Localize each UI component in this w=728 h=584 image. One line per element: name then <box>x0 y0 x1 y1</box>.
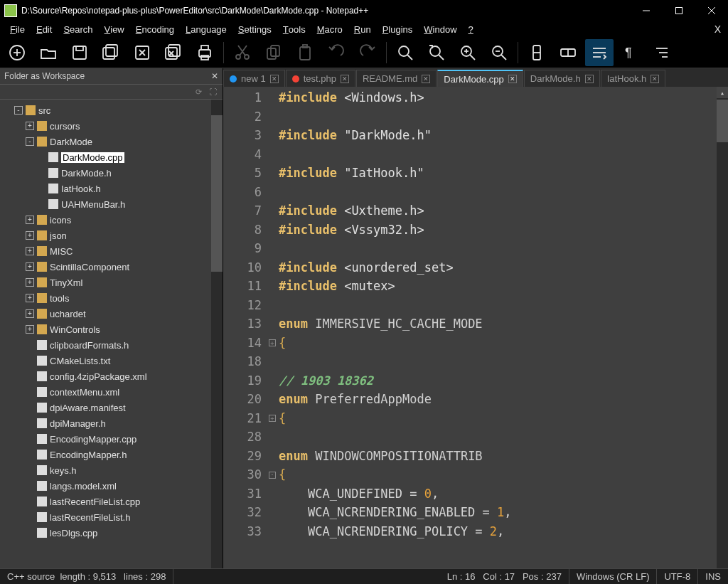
menu-search[interactable]: Search <box>58 23 98 36</box>
editor-scrollbar[interactable] <box>717 87 728 568</box>
tree-item[interactable]: dpiAware.manifest <box>0 400 223 415</box>
close-button[interactable] <box>128 39 156 66</box>
menu-macro[interactable]: Macro <box>311 23 348 36</box>
tree-item[interactable]: EncodingMapper.h <box>0 447 223 462</box>
tab-close-icon[interactable]: ✕ <box>651 75 659 83</box>
tree-item[interactable]: CMakeLists.txt <box>0 353 223 368</box>
close-button[interactable] <box>695 0 728 21</box>
tree-item[interactable]: +TinyXml <box>0 275 223 290</box>
save-button[interactable] <box>65 39 94 66</box>
tab-close-icon[interactable]: ✕ <box>585 75 594 83</box>
tree-expand-icon[interactable]: + <box>26 294 34 302</box>
tree-scrollbar-thumb[interactable] <box>211 115 223 272</box>
tree-expand-icon[interactable]: + <box>26 309 34 318</box>
tree-item[interactable]: +MISC <box>0 243 223 259</box>
tree-item[interactable]: lastRecentFileList.cpp <box>0 494 223 509</box>
fold-toggle-icon[interactable]: + <box>269 339 276 346</box>
tree-item[interactable]: DarkMode.cpp <box>0 149 223 165</box>
menu-run[interactable]: Run <box>348 23 377 36</box>
tree-item[interactable]: UAHMenuBar.h <box>0 196 223 212</box>
tree-expand-icon[interactable]: - <box>26 137 34 146</box>
tab-close-icon[interactable]: ✕ <box>341 75 349 83</box>
tree-item[interactable]: +tools <box>0 290 223 306</box>
menu-view[interactable]: View <box>99 23 130 36</box>
tree-expand-icon[interactable]: + <box>26 325 34 334</box>
word-wrap-button[interactable] <box>585 39 614 66</box>
copy-button[interactable] <box>259 39 288 66</box>
fold-column[interactable]: + + - <box>269 87 279 568</box>
find-button[interactable] <box>391 39 419 66</box>
tree-item[interactable]: +WinControls <box>0 322 223 337</box>
paste-button[interactable] <box>291 39 319 66</box>
tab[interactable]: DarkMode.cpp✕ <box>437 70 523 87</box>
tab-close-icon[interactable]: ✕ <box>422 75 430 83</box>
tree-item[interactable]: +ScintillaComponent <box>0 259 223 275</box>
sync-v-button[interactable] <box>523 39 551 66</box>
tree-item[interactable]: +uchardet <box>0 306 223 322</box>
tree-item[interactable]: dpiManager.h <box>0 415 223 431</box>
tree-item[interactable]: config.4zipPackage.xml <box>0 368 223 384</box>
zoom-out-button[interactable] <box>485 39 513 66</box>
folder-panel-close-icon[interactable]: ✕ <box>211 71 218 81</box>
tree-item[interactable]: IatHook.h <box>0 181 223 196</box>
tab[interactable]: DarkMode.h✕ <box>524 70 600 87</box>
tree-expand-icon[interactable]: + <box>26 216 34 224</box>
tree-item[interactable]: contextMenu.xml <box>0 384 223 400</box>
fold-toggle-icon[interactable]: - <box>269 472 276 479</box>
code-content[interactable]: #include <Windows.h> #include "DarkMode.… <box>279 87 728 568</box>
tree-item[interactable]: +cursors <box>0 118 223 134</box>
tree-item[interactable]: lastRecentFileList.h <box>0 509 223 525</box>
fold-toggle-icon[interactable]: + <box>269 415 276 422</box>
save-all-button[interactable] <box>97 39 125 66</box>
menu-?[interactable]: ? <box>463 23 479 36</box>
folder-expand-icon[interactable]: ⛶ <box>209 87 217 96</box>
tree-item[interactable]: -src <box>0 102 223 118</box>
menu-language[interactable]: Language <box>180 23 232 36</box>
undo-button[interactable] <box>322 39 350 66</box>
editor-scroll-up[interactable]: ▴ <box>717 87 728 98</box>
tree-item[interactable]: -DarkMode <box>0 134 223 149</box>
menu-tools[interactable]: Tools <box>277 23 311 36</box>
tree-expand-icon[interactable]: + <box>26 262 34 271</box>
tree-item[interactable]: langs.model.xml <box>0 478 223 494</box>
new-file-button[interactable] <box>3 39 31 66</box>
menu-close-doc[interactable]: X <box>714 23 728 35</box>
menu-edit[interactable]: Edit <box>31 23 58 36</box>
open-file-button[interactable] <box>34 39 63 66</box>
code-editor[interactable]: 123456789101112131418192021282930313233 … <box>223 87 728 568</box>
tree-item[interactable]: DarkMode.h <box>0 165 223 181</box>
sync-h-button[interactable] <box>554 39 582 66</box>
minimize-button[interactable] <box>630 0 663 21</box>
cut-button[interactable] <box>228 39 257 66</box>
menu-file[interactable]: File <box>4 23 31 36</box>
zoom-in-button[interactable] <box>454 39 482 66</box>
show-all-button[interactable]: ¶ <box>616 39 645 66</box>
menu-encoding[interactable]: Encoding <box>130 23 180 36</box>
tree-expand-icon[interactable]: + <box>26 231 34 240</box>
tree-expand-icon[interactable]: - <box>14 106 23 115</box>
folder-refresh-icon[interactable]: ⟳ <box>196 87 202 97</box>
tree-item[interactable]: lesDlgs.cpp <box>0 525 223 541</box>
tree-expand-icon[interactable]: + <box>26 122 34 130</box>
menu-window[interactable]: Window <box>418 23 462 36</box>
tab[interactable]: new 1✕ <box>223 70 285 87</box>
folder-tree[interactable]: -src+cursors-DarkModeDarkMode.cppDarkMod… <box>0 100 223 568</box>
tab-close-icon[interactable]: ✕ <box>270 75 279 83</box>
tree-expand-icon[interactable]: + <box>26 247 34 255</box>
tab[interactable]: README.md✕ <box>356 70 437 87</box>
tab-close-icon[interactable]: ✕ <box>508 75 517 83</box>
indent-guide-button[interactable] <box>648 39 676 66</box>
tree-expand-icon[interactable]: + <box>26 278 34 287</box>
menu-plugins[interactable]: Plugins <box>377 23 419 36</box>
print-button[interactable] <box>191 39 219 66</box>
tab[interactable]: test.php✕ <box>286 70 355 87</box>
menu-settings[interactable]: Settings <box>232 23 277 36</box>
tree-item[interactable]: keys.h <box>0 462 223 478</box>
close-all-button[interactable] <box>159 39 188 66</box>
editor-scrollbar-thumb[interactable] <box>717 100 728 142</box>
tree-item[interactable]: EncodingMapper.cpp <box>0 431 223 447</box>
tab[interactable]: IatHook.h✕ <box>601 70 666 87</box>
tree-item[interactable]: +icons <box>0 212 223 228</box>
tree-item[interactable]: clipboardFormats.h <box>0 337 223 353</box>
tree-item[interactable]: +json <box>0 228 223 243</box>
